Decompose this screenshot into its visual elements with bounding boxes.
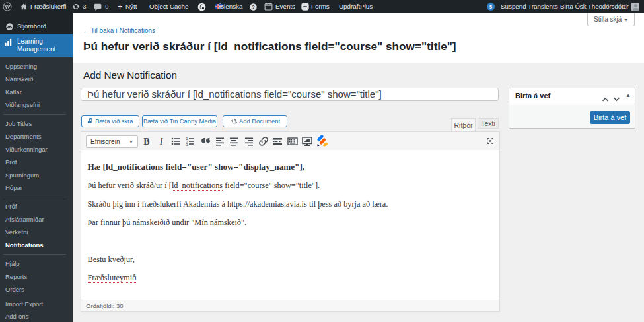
svg-text:?: ? (252, 4, 254, 9)
svg-text:3: 3 (186, 143, 188, 146)
svg-text:I: I (159, 137, 164, 146)
svg-text:B: B (143, 137, 149, 146)
svg-text:5: 5 (489, 4, 492, 10)
